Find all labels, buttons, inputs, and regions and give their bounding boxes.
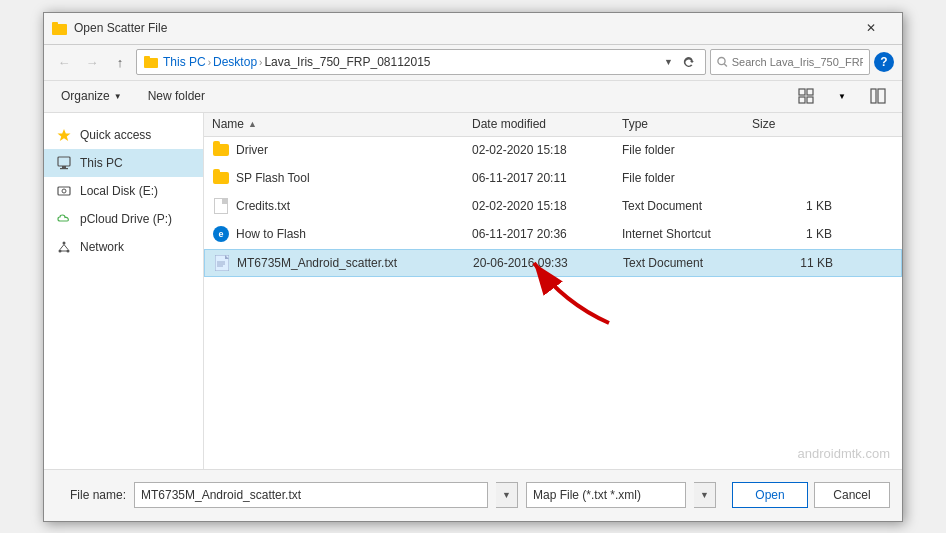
- file-date: 02-02-2020 15:18: [472, 199, 622, 213]
- back-button[interactable]: ←: [52, 50, 76, 74]
- view-dropdown-icon: ▼: [838, 92, 846, 101]
- nav-toolbar: ← → ↑ This PC › Desktop › Lava_Iris_750_…: [44, 45, 902, 81]
- sidebar-item-local-disk[interactable]: Local Disk (E:): [44, 177, 203, 205]
- cancel-button[interactable]: Cancel: [814, 482, 890, 508]
- new-folder-button[interactable]: New folder: [139, 84, 214, 108]
- sidebar-item-network[interactable]: Network: [44, 233, 203, 261]
- star-icon: [56, 127, 72, 143]
- breadcrumb-desktop[interactable]: Desktop: [213, 55, 257, 69]
- svg-rect-16: [58, 187, 70, 195]
- svg-rect-8: [799, 97, 805, 103]
- selected-doc-icon: [213, 254, 231, 272]
- disk-icon: [56, 183, 72, 199]
- network-icon: [56, 239, 72, 255]
- footer: File name: ▼ Map File (*.txt *.xml) ▼ Op…: [44, 469, 902, 521]
- filetype-select: Map File (*.txt *.xml): [526, 482, 686, 508]
- details-pane-button[interactable]: [862, 84, 894, 108]
- col-header-name[interactable]: Name ▲: [212, 117, 472, 131]
- help-button[interactable]: ?: [874, 52, 894, 72]
- file-name: Credits.txt: [236, 199, 472, 213]
- sidebar-item-quick-access[interactable]: Quick access: [44, 121, 203, 149]
- sidebar-item-label: Local Disk (E:): [80, 184, 158, 198]
- table-row[interactable]: e How to Flash 06-11-2017 20:36 Internet…: [204, 221, 902, 249]
- svg-rect-15: [60, 168, 68, 169]
- svg-rect-7: [807, 89, 813, 95]
- sep2: ›: [259, 57, 262, 68]
- pc-icon: [56, 155, 72, 171]
- filetype-value: Map File (*.txt *.xml): [533, 488, 641, 502]
- filename-dropdown-button[interactable]: ▼: [496, 482, 518, 508]
- svg-rect-11: [878, 89, 885, 103]
- close-button[interactable]: ✕: [848, 12, 894, 44]
- sidebar-item-label: Quick access: [80, 128, 151, 142]
- file-date: 02-02-2020 15:18: [472, 143, 622, 157]
- svg-rect-10: [871, 89, 876, 103]
- file-type: Text Document: [622, 199, 752, 213]
- cloud-icon: [56, 211, 72, 227]
- sidebar-item-pcloud[interactable]: pCloud Drive (P:): [44, 205, 203, 233]
- forward-button[interactable]: →: [80, 50, 104, 74]
- open-button[interactable]: Open: [732, 482, 808, 508]
- svg-point-18: [63, 241, 66, 244]
- file-name: How to Flash: [236, 227, 472, 241]
- view-toggle-button[interactable]: [790, 84, 822, 108]
- svg-rect-6: [799, 89, 805, 95]
- svg-rect-13: [58, 157, 70, 166]
- file-name: MT6735M_Android_scatter.txt: [237, 256, 473, 270]
- filetype-dropdown-button[interactable]: ▼: [694, 482, 716, 508]
- view-dropdown-button[interactable]: ▼: [826, 84, 858, 108]
- search-bar: [710, 49, 870, 75]
- svg-rect-3: [144, 56, 150, 60]
- address-dropdown-icon[interactable]: ▼: [664, 57, 673, 67]
- svg-line-22: [64, 244, 68, 249]
- folder-icon: [212, 141, 230, 159]
- file-type: File folder: [622, 143, 752, 157]
- file-list-container: Name ▲ Date modified Type Size Driver: [204, 113, 902, 469]
- file-name: SP Flash Tool: [236, 171, 472, 185]
- refresh-icon: [681, 55, 695, 69]
- breadcrumb-folder: Lava_Iris_750_FRP_08112015: [264, 55, 430, 69]
- organize-label: Organize: [61, 89, 110, 103]
- svg-rect-14: [62, 166, 66, 168]
- dialog-title: Open Scatter File: [74, 21, 167, 35]
- sep1: ›: [208, 57, 211, 68]
- search-icon: [717, 56, 728, 68]
- table-row-selected[interactable]: MT6735M_Android_scatter.txt 20-06-2016 0…: [204, 249, 902, 277]
- sidebar-item-label: pCloud Drive (P:): [80, 212, 172, 226]
- svg-line-21: [60, 244, 64, 249]
- file-date: 20-06-2016 09:33: [473, 256, 623, 270]
- sidebar: Quick access This PC: [44, 113, 204, 469]
- file-date: 06-11-2017 20:36: [472, 227, 622, 241]
- file-type: Text Document: [623, 256, 753, 270]
- table-row[interactable]: SP Flash Tool 06-11-2017 20:11 File fold…: [204, 165, 902, 193]
- table-row[interactable]: Driver 02-02-2020 15:18 File folder: [204, 137, 902, 165]
- open-scatter-dialog: Open Scatter File ✕ ← → ↑ This PC › Desk…: [43, 12, 903, 522]
- breadcrumb-this-pc[interactable]: This PC: [163, 55, 206, 69]
- filename-label: File name:: [56, 488, 126, 502]
- sort-arrow-icon: ▲: [248, 119, 257, 129]
- col-header-type[interactable]: Type: [622, 117, 752, 131]
- filename-input[interactable]: [134, 482, 488, 508]
- sidebar-item-this-pc[interactable]: This PC: [44, 149, 203, 177]
- file-size: 1 KB: [752, 227, 832, 241]
- col-header-size[interactable]: Size: [752, 117, 832, 131]
- sidebar-item-label: This PC: [80, 156, 123, 170]
- svg-rect-1: [52, 22, 58, 26]
- svg-rect-9: [807, 97, 813, 103]
- search-input[interactable]: [732, 56, 863, 68]
- file-name: Driver: [236, 143, 472, 157]
- col-header-date[interactable]: Date modified: [472, 117, 622, 131]
- new-folder-label: New folder: [148, 89, 205, 103]
- titlebar-left: Open Scatter File: [52, 20, 167, 36]
- file-type: File folder: [622, 171, 752, 185]
- file-size: 1 KB: [752, 199, 832, 213]
- table-row[interactable]: Credits.txt 02-02-2020 15:18 Text Docume…: [204, 193, 902, 221]
- svg-point-4: [718, 58, 725, 65]
- sidebar-item-label: Network: [80, 240, 124, 254]
- main-content: Quick access This PC: [44, 113, 902, 469]
- refresh-button[interactable]: [677, 51, 699, 73]
- view-controls: ▼: [790, 84, 894, 108]
- up-button[interactable]: ↑: [108, 50, 132, 74]
- file-size: 11 KB: [753, 256, 833, 270]
- organize-button[interactable]: Organize ▼: [52, 84, 131, 108]
